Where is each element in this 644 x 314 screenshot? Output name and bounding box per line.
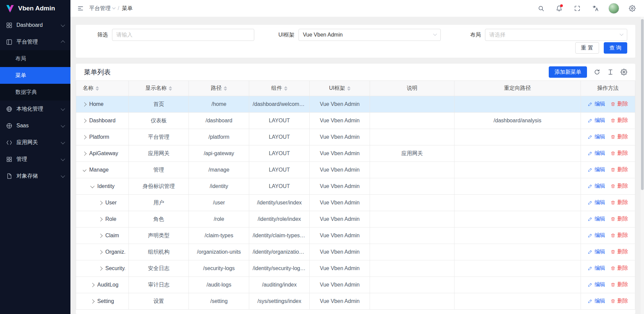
edit-button[interactable]: 编辑: [588, 150, 605, 157]
chevron-right-icon[interactable]: [98, 234, 103, 238]
sidebar-item-label: Saas: [16, 123, 57, 129]
table-row[interactable]: Dashboard仪表板/dashboardLAYOUTVue Vben Adm…: [76, 113, 635, 129]
table-row[interactable]: Role角色/role/identity/role/indexVue Vben …: [76, 211, 635, 228]
delete-button[interactable]: 删除: [610, 133, 628, 140]
reset-button[interactable]: 重 置: [575, 42, 599, 54]
edit-icon: [588, 184, 593, 189]
delete-button[interactable]: 删除: [610, 199, 628, 206]
delete-button[interactable]: 删除: [610, 298, 628, 305]
notification-badge: [560, 4, 563, 7]
sidebar-item-app-gateway[interactable]: 应用网关: [0, 134, 70, 151]
settings-icon[interactable]: [627, 3, 637, 13]
sidebar-item-data-dictionary[interactable]: 数据字典: [0, 84, 70, 101]
delete-button[interactable]: 删除: [610, 232, 628, 239]
table-row[interactable]: ApiGateway应用网关/api-gatewayLAYOUTVue Vben…: [76, 145, 635, 162]
bell-icon[interactable]: [554, 3, 564, 13]
sidebar-item-label: Dashboard: [16, 22, 57, 28]
vertical-scrollbar[interactable]: [641, 17, 644, 314]
column-header-component[interactable]: 组件: [249, 81, 310, 96]
table-row[interactable]: User用户/user/identity/user/indexVue Vben …: [76, 195, 635, 211]
chevron-right-icon[interactable]: [90, 283, 95, 287]
sidebar-item-localization-management[interactable]: 本地化管理: [0, 101, 70, 117]
add-menu-button[interactable]: 添加新菜单: [549, 66, 587, 78]
table-row[interactable]: Security...安全日志/security-logs/identity/s…: [76, 260, 635, 277]
edit-button[interactable]: 编辑: [588, 232, 605, 239]
table-row[interactable]: Identity身份标识管理/identityLAYOUTVue Vben Ad…: [76, 178, 635, 195]
search-icon[interactable]: [536, 3, 546, 13]
edit-button[interactable]: 编辑: [588, 133, 605, 140]
delete-button[interactable]: 删除: [610, 150, 628, 157]
sidebar-item-platform-management[interactable]: 平台管理: [0, 34, 70, 50]
filter-keyword-input[interactable]: [112, 29, 254, 41]
chevron-right-icon[interactable]: [83, 151, 87, 156]
sidebar-item-dashboard[interactable]: Dashboard: [0, 17, 70, 34]
fullscreen-icon[interactable]: [572, 3, 582, 13]
sidebar-item-layout[interactable]: 布局: [0, 50, 70, 67]
delete-button[interactable]: 删除: [610, 183, 628, 190]
column-header-name[interactable]: 名称: [76, 81, 129, 96]
cell-path: /role: [189, 211, 249, 228]
table-row[interactable]: Claim声明类型/claim-types/identity/claim-typ…: [76, 228, 635, 244]
edit-button[interactable]: 编辑: [588, 248, 605, 255]
edit-button[interactable]: 编辑: [588, 281, 605, 288]
settings-icon[interactable]: [621, 69, 627, 75]
edit-icon: [588, 233, 593, 238]
sidebar-item-object-storage[interactable]: 对象存储: [0, 168, 70, 184]
delete-button[interactable]: 删除: [610, 166, 628, 173]
chevron-right-icon[interactable]: [83, 102, 87, 107]
chevron-down-icon[interactable]: [90, 184, 95, 188]
chevron-right-icon[interactable]: [98, 266, 103, 271]
table-row[interactable]: Organiz...组织机构/organization-units/identi…: [76, 244, 635, 260]
breadcrumb-parent[interactable]: 平台管理: [89, 5, 115, 12]
sidebar-item-menu[interactable]: 菜单: [0, 67, 70, 84]
layout-select[interactable]: 请选择: [485, 29, 627, 41]
app-logo[interactable]: Vben Admin: [0, 0, 70, 17]
delete-button[interactable]: 删除: [610, 248, 628, 255]
chevron-right-icon[interactable]: [83, 135, 87, 139]
table-row[interactable]: Setting设置/setting/sys/settings/indexVue …: [76, 293, 635, 310]
edit-button[interactable]: 编辑: [588, 101, 605, 108]
chevron-right-icon[interactable]: [98, 250, 103, 254]
chevron-right-icon[interactable]: [98, 201, 103, 205]
cell-description: [370, 293, 454, 310]
refresh-icon[interactable]: [594, 69, 600, 75]
table-row[interactable]: Manage管理/manageLAYOUTVue Vben Admin编辑删除: [76, 162, 635, 178]
table-row[interactable]: Home首页/home/dashboard/welcome/in...Vue V…: [76, 96, 635, 113]
table-row[interactable]: AuditLog审计日志/audit-logs/auditing/indexVu…: [76, 277, 635, 293]
delete-button[interactable]: 删除: [610, 101, 628, 108]
user-avatar[interactable]: [608, 3, 619, 14]
row-height-icon[interactable]: [607, 69, 614, 75]
menu-collapse-icon[interactable]: [77, 5, 84, 12]
chevron-right-icon[interactable]: [90, 299, 95, 304]
query-button[interactable]: 查 询: [604, 42, 627, 54]
cell-component: /dashboard/welcome/in...: [249, 96, 310, 113]
chevron-right-icon[interactable]: [83, 119, 87, 123]
edit-button[interactable]: 编辑: [588, 166, 605, 173]
chevron-right-icon[interactable]: [98, 217, 103, 222]
cell-redirect: [454, 96, 581, 113]
edit-button[interactable]: 编辑: [588, 215, 605, 223]
cell-path: /audit-logs: [189, 277, 249, 293]
edit-button[interactable]: 编辑: [588, 117, 605, 124]
delete-button[interactable]: 删除: [610, 265, 628, 272]
edit-button[interactable]: 编辑: [588, 199, 605, 206]
column-header-framework[interactable]: UI框架: [310, 81, 370, 96]
sidebar-item-saas[interactable]: Saas: [0, 117, 70, 134]
column-header-path[interactable]: 路径: [189, 81, 249, 96]
edit-button[interactable]: 编辑: [588, 265, 605, 272]
scrollbar-thumb[interactable]: [641, 19, 644, 190]
edit-button[interactable]: 编辑: [588, 298, 605, 305]
delete-label: 删除: [617, 199, 628, 206]
ui-framework-select[interactable]: Vue Vben Admin: [299, 29, 441, 41]
delete-button[interactable]: 删除: [610, 117, 628, 124]
table-row[interactable]: Platform平台管理/platformLAYOUTVue Vben Admi…: [76, 129, 635, 145]
delete-button[interactable]: 删除: [610, 215, 628, 223]
delete-button[interactable]: 删除: [610, 281, 628, 288]
chevron-down-icon[interactable]: [83, 167, 87, 172]
edit-button[interactable]: 编辑: [588, 183, 605, 190]
sidebar-item-management[interactable]: 管理: [0, 151, 70, 168]
translate-icon[interactable]: [590, 3, 600, 13]
column-header-display-name[interactable]: 显示名称: [129, 81, 189, 96]
edit-label: 编辑: [594, 183, 605, 190]
cell-path: /user: [189, 195, 249, 211]
